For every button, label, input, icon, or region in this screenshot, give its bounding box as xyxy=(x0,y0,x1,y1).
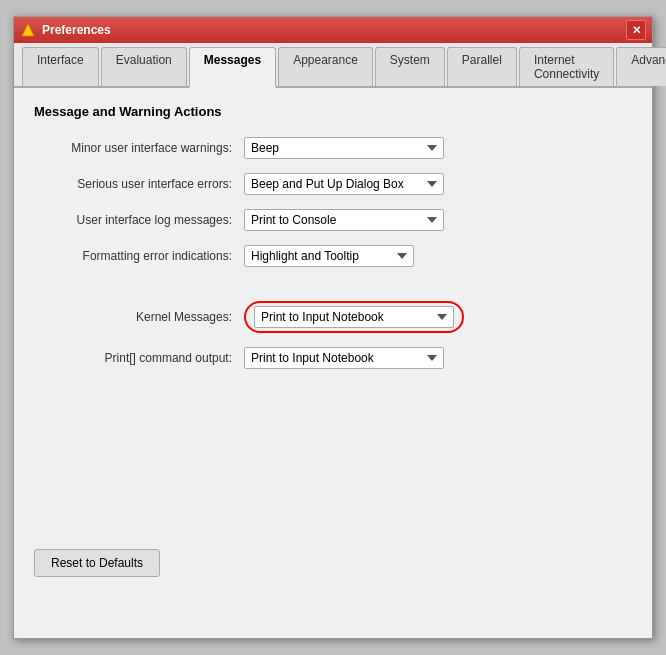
formatting-error-select[interactable]: Highlight and Tooltip Highlight Tooltip … xyxy=(244,245,414,267)
tab-system[interactable]: System xyxy=(375,47,445,86)
minor-warnings-row: Minor user interface warnings: Beep Prin… xyxy=(34,137,632,159)
kernel-messages-row: Kernel Messages: Print to Input Notebook… xyxy=(34,301,632,333)
window-title: Preferences xyxy=(42,23,111,37)
log-messages-label: User interface log messages: xyxy=(34,213,244,227)
section-title: Message and Warning Actions xyxy=(34,104,632,119)
kernel-highlight-ring: Print to Input Notebook Print to Console… xyxy=(244,301,464,333)
print-output-select[interactable]: Print to Input Notebook Print to Console… xyxy=(244,347,444,369)
tabs-bar: Interface Evaluation Messages Appearance… xyxy=(14,43,652,88)
tab-appearance[interactable]: Appearance xyxy=(278,47,373,86)
tab-internet[interactable]: Internet Connectivity xyxy=(519,47,614,86)
log-messages-row: User interface log messages: Print to Co… xyxy=(34,209,632,231)
serious-errors-select[interactable]: Beep and Put Up Dialog Box Beep Print to… xyxy=(244,173,444,195)
minor-warnings-control: Beep Print to Console Print to Input Not… xyxy=(244,137,444,159)
reset-defaults-button[interactable]: Reset to Defaults xyxy=(34,549,160,577)
print-output-label: Print[] command output: xyxy=(34,351,244,365)
app-icon xyxy=(20,22,36,38)
log-messages-control: Print to Console Beep Print to Input Not… xyxy=(244,209,444,231)
formatting-error-control: Highlight and Tooltip Highlight Tooltip … xyxy=(244,245,414,267)
close-button[interactable]: ✕ xyxy=(626,20,646,40)
title-bar: Preferences ✕ xyxy=(14,17,652,43)
tab-parallel[interactable]: Parallel xyxy=(447,47,517,86)
minor-warnings-label: Minor user interface warnings: xyxy=(34,141,244,155)
print-output-row: Print[] command output: Print to Input N… xyxy=(34,347,632,369)
minor-warnings-select[interactable]: Beep Print to Console Print to Input Not… xyxy=(244,137,444,159)
tab-advanced[interactable]: Advanced xyxy=(616,47,666,86)
kernel-messages-label: Kernel Messages: xyxy=(34,310,244,324)
tab-interface[interactable]: Interface xyxy=(22,47,99,86)
formatting-error-label: Formatting error indications: xyxy=(34,249,244,263)
print-output-control: Print to Input Notebook Print to Console… xyxy=(244,347,444,369)
preferences-window: Preferences ✕ Interface Evaluation Messa… xyxy=(13,16,653,639)
content-area: Message and Warning Actions Minor user i… xyxy=(14,88,652,638)
tab-evaluation[interactable]: Evaluation xyxy=(101,47,187,86)
formatting-error-row: Formatting error indications: Highlight … xyxy=(34,245,632,267)
reset-area: Reset to Defaults xyxy=(34,449,632,577)
serious-errors-control: Beep and Put Up Dialog Box Beep Print to… xyxy=(244,173,444,195)
kernel-messages-control: Print to Input Notebook Print to Console… xyxy=(244,301,464,333)
serious-errors-label: Serious user interface errors: xyxy=(34,177,244,191)
serious-errors-row: Serious user interface errors: Beep and … xyxy=(34,173,632,195)
log-messages-select[interactable]: Print to Console Beep Print to Input Not… xyxy=(244,209,444,231)
title-bar-left: Preferences xyxy=(20,22,111,38)
svg-marker-0 xyxy=(22,24,34,36)
tab-messages[interactable]: Messages xyxy=(189,47,276,88)
kernel-messages-select[interactable]: Print to Input Notebook Print to Console… xyxy=(254,306,454,328)
